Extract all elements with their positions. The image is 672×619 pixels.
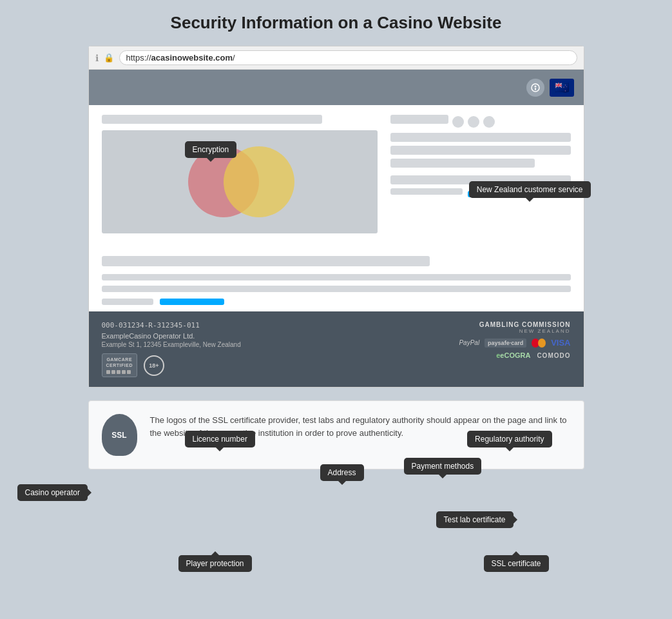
nav-dot-3 <box>483 116 495 128</box>
url-domain: acasinowebsite.com <box>151 53 233 63</box>
site-main <box>89 105 584 250</box>
new-zealand-tooltip: New Zealand customer service <box>469 181 591 198</box>
url-path: / <box>233 53 235 63</box>
footer-licence: 000-031234-R-312345-011 <box>102 321 365 329</box>
site-bottom <box>89 250 584 305</box>
svg-point-1 <box>534 85 536 87</box>
nav-dot-1 <box>452 116 464 128</box>
nav-bar-1 <box>390 115 448 124</box>
gamcare-stars <box>106 370 133 374</box>
site-header: 🇳🇿 <box>89 70 584 105</box>
content-bar-3 <box>390 159 535 168</box>
ssl-shield: SSL <box>102 414 137 456</box>
nav-dot-2 <box>468 116 479 128</box>
paysafe-logo: paysafe·card <box>485 339 526 348</box>
bottom-link-row <box>102 299 571 305</box>
lock-icon: 🔒 <box>104 53 114 63</box>
info-icon: ℹ <box>95 53 99 63</box>
nz-flag: 🇳🇿 <box>550 79 574 97</box>
age-badge: 18+ <box>144 355 164 376</box>
content-right <box>390 115 571 240</box>
browser-window: ℹ 🔒 https://acasinowebsite.com/ 🇳🇿 <box>88 46 584 388</box>
footer-badges: GAMCARECERTIFIED 18+ <box>102 353 365 377</box>
ecogra-logo: eeCOGRA <box>496 351 530 359</box>
footer-right: GAMBLING COMMISSION NEW ZEALAND PayPal p… <box>378 321 571 377</box>
gc-name: GAMBLING COMMISSION <box>479 321 571 328</box>
text-bar-2 <box>102 286 571 292</box>
browser-bar: ℹ 🔒 https://acasinowebsite.com/ <box>89 46 584 70</box>
footer-address: Example St 1, 12345 Exampleville, New Ze… <box>102 341 365 348</box>
mc-right <box>538 339 546 348</box>
page-title: Security Information on a Casino Website <box>171 13 502 33</box>
image-placeholder <box>102 130 378 233</box>
content-bar-2 <box>390 146 571 155</box>
nav-row <box>390 115 571 129</box>
address-tooltip: Address <box>320 464 364 481</box>
main-wrapper: Encryption New Zealand customer service … <box>88 46 584 469</box>
svg-point-0 <box>532 84 539 92</box>
regulatory-authority-tooltip: Regulatory authority <box>467 431 552 447</box>
text-bar-1 <box>102 274 571 280</box>
bottom-wide-bar <box>102 256 430 266</box>
header-icons: 🇳🇿 <box>526 79 574 97</box>
paypal-logo: PayPal <box>459 339 479 346</box>
support-icon <box>526 79 544 97</box>
gambling-commission: GAMBLING COMMISSION NEW ZEALAND <box>479 321 571 334</box>
browser-url: https://acasinowebsite.com/ <box>119 50 577 65</box>
gamcare-badge: GAMCARECERTIFIED <box>102 353 137 377</box>
title-bar <box>102 115 322 124</box>
bottom-link-gray <box>102 299 153 305</box>
gamcare-label: GAMCARECERTIFIED <box>106 357 133 368</box>
casino-operator-tooltip: Casino operator <box>17 484 88 501</box>
footer-company: ExampleCasino Operator Ltd. <box>102 332 365 340</box>
ssl-certificate-tooltip: SSL certificate <box>484 555 549 572</box>
cert-row: eeCOGRA COMODO <box>496 351 570 359</box>
url-prefix: https:// <box>126 53 151 63</box>
content-bar-1 <box>390 133 571 142</box>
payment-row: PayPal paysafe·card VISA <box>459 338 570 348</box>
visa-logo: VISA <box>551 338 570 348</box>
comodo-logo: COMODO <box>537 352 570 359</box>
footer-top: 000-031234-R-312345-011 ExampleCasino Op… <box>102 321 571 377</box>
licence-number-tooltip: Licence number <box>185 431 255 447</box>
footer-left: 000-031234-R-312345-011 ExampleCasino Op… <box>102 321 365 377</box>
gc-sub: NEW ZEALAND <box>479 328 571 334</box>
content-left <box>102 115 378 240</box>
site-footer: 000-031234-R-312345-011 ExampleCasino Op… <box>89 311 584 387</box>
test-lab-tooltip: Test lab certificate <box>436 511 514 528</box>
payment-methods-tooltip: Payment methods <box>404 458 482 475</box>
mastercard-logo <box>532 338 546 347</box>
link-gray <box>390 188 463 195</box>
player-protection-tooltip: Player protection <box>178 555 252 572</box>
bottom-text-bars <box>102 274 571 292</box>
svg-rect-2 <box>535 88 536 90</box>
encryption-tooltip: Encryption <box>185 141 237 158</box>
bottom-link-blue <box>160 299 224 305</box>
